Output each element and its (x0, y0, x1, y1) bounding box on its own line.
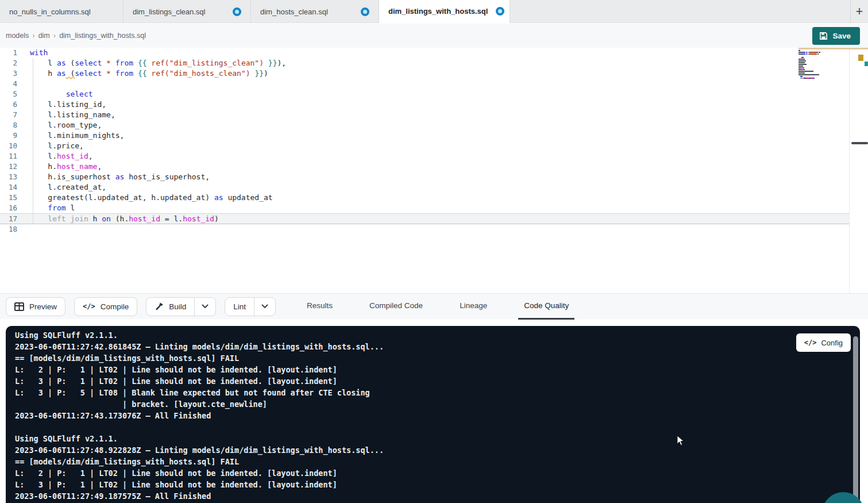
line-number: 15 (0, 193, 17, 203)
minimap-highlight-bar (798, 48, 868, 49)
code-line-17[interactable]: 17 left join h on (h.host_id = l.host_id… (0, 213, 850, 224)
code-line-12[interactable]: 12 h.host_name, (0, 162, 850, 172)
code-line-4[interactable]: 4 (0, 79, 850, 89)
minimap-line (798, 76, 841, 77)
line-number: 9 (0, 130, 17, 141)
line-number: 18 (0, 224, 17, 235)
ruler-cursor-marker (851, 142, 868, 144)
minimap-line (798, 67, 841, 68)
chevron-down-icon (202, 304, 209, 309)
code-icon: </> (804, 339, 817, 347)
preview-button[interactable]: Preview (6, 297, 65, 316)
minimap-line (798, 72, 841, 74)
breadcrumb-separator: › (53, 31, 56, 40)
code-line-14[interactable]: 14 l.created_at, (0, 182, 850, 193)
minimap-line (798, 62, 841, 63)
config-button[interactable]: </> Config (796, 333, 851, 352)
tab-label: dim_listings_clean.sql (133, 7, 205, 16)
table-icon (14, 302, 24, 311)
hammer-icon (155, 302, 164, 311)
save-icon (819, 32, 828, 40)
lint-terminal[interactable]: Using SQLFluff v2.1.1. 2023-06-06T11:27:… (6, 326, 860, 503)
tab-label: dim_hosts_clean.sql (260, 7, 328, 16)
preview-button-label: Preview (29, 302, 57, 311)
minimap-line (798, 59, 841, 60)
line-number: 7 (0, 110, 17, 120)
code-line-15[interactable]: 15 greatest(l.updated_at, h.updated_at) … (0, 193, 850, 203)
build-button[interactable]: Build (146, 298, 195, 316)
line-content: h.host_name, (17, 162, 102, 172)
save-button[interactable]: Save (812, 27, 860, 45)
tab-dim_hosts_clean-sql[interactable]: dim_hosts_clean.sql (251, 0, 379, 23)
line-content: l.room_type, (17, 120, 102, 130)
unsaved-changes-icon (496, 7, 504, 16)
ruler-viewport-marker (865, 62, 868, 66)
chevron-down-icon (261, 304, 268, 309)
panel-tab-compiled-code[interactable]: Compiled Code (364, 294, 429, 320)
code-editor[interactable]: 1with2 l as (select * from {{ ref("dim_l… (0, 48, 868, 293)
ruler-warning-marker (858, 55, 863, 61)
tab-no_nulls_in_columns-sql[interactable]: no_nulls_in_columns.sql (0, 0, 124, 23)
line-number: 12 (0, 162, 17, 172)
code-line-2[interactable]: 2 l as (select * from {{ ref("dim_listin… (0, 58, 850, 68)
minimap-line (798, 55, 841, 56)
line-number: 4 (0, 79, 17, 89)
indent-guide (33, 58, 33, 224)
lint-dropdown-button[interactable] (254, 298, 275, 316)
line-content: l as (select * from {{ ref("dim_listings… (17, 58, 286, 68)
save-button-label: Save (832, 32, 851, 40)
line-content: l.listing_name, (17, 110, 115, 120)
build-dropdown-button[interactable] (195, 298, 215, 316)
mouse-cursor (677, 435, 685, 449)
file-tab-bar: no_nulls_in_columns.sqldim_listings_clea… (0, 0, 868, 23)
build-split-button: Build (146, 297, 216, 316)
line-number: 2 (0, 58, 17, 68)
build-button-label: Build (169, 302, 186, 311)
code-lines: 1with2 l as (select * from {{ ref("dim_l… (0, 48, 868, 235)
minimap-line (798, 79, 841, 80)
line-content: h.is_superhost as host_is_superhost, (17, 172, 210, 182)
panel-tab-results[interactable]: Results (301, 294, 338, 320)
dbt-cloud-ide: no_nulls_in_columns.sqldim_listings_clea… (0, 0, 868, 503)
tab-dim_listings_clean-sql[interactable]: dim_listings_clean.sql (124, 0, 251, 23)
code-line-9[interactable]: 9 l.minimum_nights, (0, 130, 850, 141)
code-line-18[interactable]: 18 (0, 224, 850, 235)
ruler-divider (849, 48, 850, 293)
line-content: left join h on (h.host_id = l.host_id) (17, 214, 219, 224)
line-content: l.host_id, (17, 151, 93, 162)
breadcrumb-item-dim[interactable]: dim (38, 32, 50, 40)
minimap-line (798, 71, 841, 72)
code-line-16[interactable]: 16 from l (0, 203, 850, 213)
terminal-output: Using SQLFluff v2.1.1. 2023-06-06T11:27:… (15, 329, 384, 502)
editor-minimap[interactable] (798, 50, 841, 119)
code-line-3[interactable]: 3 h as (select * from {{ ref("dim_hosts_… (0, 68, 850, 79)
code-line-8[interactable]: 8 l.room_type, (0, 120, 850, 130)
line-content: with (17, 48, 48, 58)
code-line-5[interactable]: 5 select (0, 89, 850, 99)
line-content: select (17, 89, 93, 99)
code-line-1[interactable]: 1with (0, 48, 850, 58)
code-line-11[interactable]: 11 l.host_id, (0, 151, 850, 162)
code-line-13[interactable]: 13 h.is_superhost as host_is_superhost, (0, 172, 850, 182)
line-number: 14 (0, 182, 17, 193)
panel-tab-lineage[interactable]: Lineage (454, 294, 493, 320)
tab-dim_listings_with_hosts-sql[interactable]: dim_listings_with_hosts.sql (379, 0, 510, 23)
action-buttons: Preview</>CompileBuildLint (6, 297, 276, 316)
minimap-line (798, 69, 841, 70)
minimap-line (798, 66, 841, 67)
breadcrumb-item-dim_listings_with_hosts-sql[interactable]: dim_listings_with_hosts.sql (59, 32, 146, 40)
compile-button[interactable]: </>Compile (74, 297, 137, 316)
new-tab-button[interactable]: + (850, 0, 868, 23)
lint-button[interactable]: Lint (225, 298, 254, 316)
terminal-scrollbar[interactable] (853, 336, 858, 503)
code-line-10[interactable]: 10 l.price, (0, 141, 850, 151)
breadcrumb-item-models[interactable]: models (6, 32, 29, 40)
code-line-6[interactable]: 6 l.listing_id, (0, 99, 850, 110)
panel-tab-code-quality[interactable]: Code Quality (518, 294, 574, 320)
line-number: 11 (0, 151, 17, 162)
line-number: 16 (0, 203, 17, 213)
line-number: 1 (0, 48, 17, 58)
line-content: l.listing_id, (17, 99, 106, 110)
minimap-line (798, 50, 841, 51)
code-line-7[interactable]: 7 l.listing_name, (0, 110, 850, 120)
